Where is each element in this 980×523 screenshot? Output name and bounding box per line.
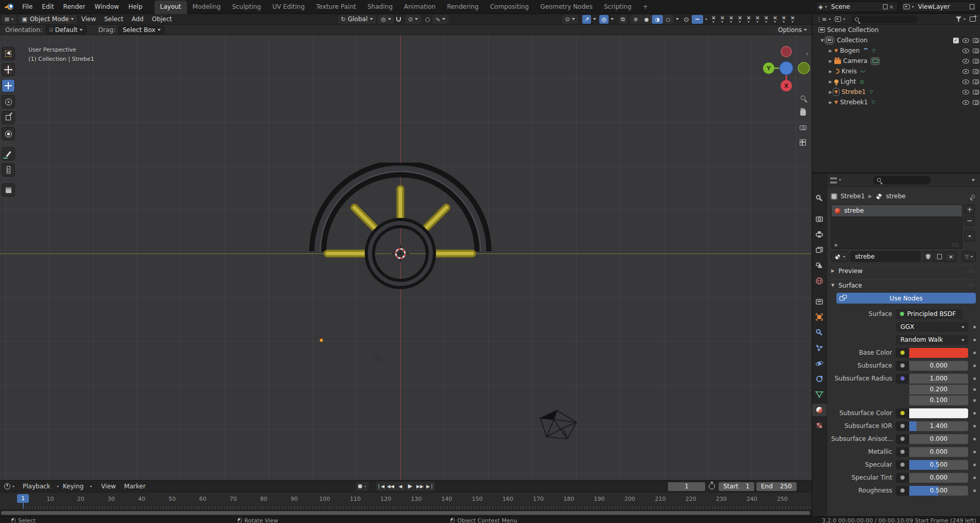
- timeline-tick[interactable]: 210: [655, 496, 666, 502]
- timeline-scrollbar[interactable]: [1, 511, 810, 515]
- tab-material[interactable]: [812, 404, 827, 416]
- animate-dot[interactable]: [973, 412, 976, 415]
- menu-render[interactable]: Render: [58, 0, 90, 14]
- timeline-tick[interactable]: 90: [291, 496, 298, 502]
- timeline-tick[interactable]: 240: [746, 496, 757, 502]
- pan-button[interactable]: [798, 108, 807, 117]
- tab-view-layer[interactable]: [812, 244, 827, 256]
- geometry-nodes-icon[interactable]: ▽: [869, 89, 873, 94]
- tool-add-cube[interactable]: [2, 184, 14, 196]
- tab-scene[interactable]: [812, 259, 827, 272]
- shading-material-button[interactable]: ◑: [652, 15, 663, 24]
- shading-wireframe-button[interactable]: ⊕: [630, 15, 641, 24]
- viewport-3d[interactable]: User Perspective (1) Collection | Strebe…: [0, 35, 812, 480]
- tool-cursor[interactable]: [2, 64, 14, 76]
- auto-keyframe-button[interactable]: [355, 482, 369, 491]
- breadcrumb-material[interactable]: strebe: [886, 193, 906, 200]
- tab-render[interactable]: [812, 213, 827, 225]
- subsurface-slider[interactable]: 0.000: [909, 361, 968, 371]
- tab-collection[interactable]: [812, 295, 827, 308]
- hide-viewport-icon[interactable]: [962, 49, 969, 53]
- disable-render-icon[interactable]: [973, 49, 979, 53]
- tab-rendering[interactable]: Rendering: [441, 1, 484, 14]
- header-x-button[interactable]: ×: [780, 15, 788, 23]
- hide-viewport-icon[interactable]: [962, 69, 969, 74]
- timeline-tick[interactable]: 50: [168, 496, 176, 502]
- gizmos-dropdown[interactable]: [593, 18, 596, 20]
- panel-grip-icon[interactable]: ::::: [967, 283, 975, 288]
- snap-settings-dropdown[interactable]: ⊙: [405, 15, 421, 24]
- frame-end-field[interactable]: End250: [756, 482, 797, 491]
- material-slot-list[interactable]: strebe ▶:::::: [831, 204, 962, 249]
- modifier-icon[interactable]: [862, 47, 869, 54]
- timeline-tick[interactable]: 110: [350, 496, 361, 502]
- expand-arrow-icon[interactable]: ▶: [828, 80, 833, 84]
- new-collection-button[interactable]: [968, 17, 978, 22]
- timeline-tick[interactable]: 200: [625, 496, 635, 502]
- timeline-tick[interactable]: 160: [502, 496, 513, 502]
- slot-list-expand-icon[interactable]: ▶: [835, 243, 838, 247]
- tab-texture-paint[interactable]: Texture Paint: [310, 1, 362, 14]
- expand-arrow-icon[interactable]: ▶: [828, 69, 833, 74]
- menu-file[interactable]: File: [18, 0, 37, 14]
- outliner-item-strebe1[interactable]: ▶ ▼ Strebe1 ▽: [812, 87, 980, 97]
- header-x-button[interactable]: ×: [709, 15, 718, 23]
- timeline-tick[interactable]: 150: [472, 496, 483, 502]
- play-reverse-button[interactable]: ◀: [396, 482, 406, 491]
- hide-viewport-icon[interactable]: [962, 80, 969, 84]
- light-data-icon[interactable]: ⊙: [860, 79, 864, 85]
- close-scene-icon[interactable]: ×: [888, 4, 895, 10]
- menu-keying[interactable]: Keying: [59, 483, 88, 490]
- header-x-button[interactable]: ×: [736, 15, 744, 23]
- socket-button[interactable]: [896, 447, 909, 457]
- menu-tl-view[interactable]: View: [97, 483, 120, 490]
- material-name-field[interactable]: strebe: [850, 251, 921, 262]
- editor-type-button[interactable]: ⊞: [2, 15, 17, 24]
- outliner-item-collection[interactable]: ▼ Collection ✓: [812, 35, 980, 45]
- socket-button[interactable]: [896, 408, 909, 418]
- tab-uv-editing[interactable]: UV Editing: [267, 1, 310, 14]
- tab-scripting[interactable]: Scripting: [598, 1, 637, 14]
- timeline-tick[interactable]: 120: [380, 496, 391, 502]
- radius-field-1[interactable]: 1.000: [909, 374, 968, 384]
- timeline-tick[interactable]: 10: [46, 496, 54, 502]
- socket-button[interactable]: [896, 486, 909, 496]
- hide-viewport-icon[interactable]: [962, 100, 969, 105]
- proportional-editing-icon[interactable]: ○: [425, 16, 430, 23]
- blender-logo-icon[interactable]: [5, 4, 13, 10]
- specular-slider[interactable]: 0.500: [909, 460, 968, 470]
- jump-to-start-button[interactable]: ❘◀: [376, 482, 386, 491]
- prev-keyframe-button[interactable]: ◀◀: [386, 482, 396, 491]
- animate-dot[interactable]: [973, 377, 976, 380]
- menu-view[interactable]: View: [77, 15, 100, 23]
- scene-object-wireframe-gem[interactable]: [537, 408, 584, 444]
- animate-dot[interactable]: [973, 399, 976, 402]
- tab-particles[interactable]: [812, 342, 827, 354]
- properties-search-input[interactable]: [873, 176, 931, 184]
- remove-slot-button[interactable]: −: [965, 216, 975, 226]
- animate-dot[interactable]: [973, 425, 976, 427]
- zoom-button[interactable]: [798, 93, 807, 102]
- tab-geometry-nodes[interactable]: Geometry Nodes: [535, 1, 598, 14]
- tab-compositing[interactable]: Compositing: [484, 1, 534, 14]
- subsurface-ior-slider[interactable]: 1.400: [909, 421, 968, 431]
- outliner-display-mode-dropdown[interactable]: ⋮≡: [814, 16, 833, 23]
- timeline-tick[interactable]: 190: [594, 496, 605, 502]
- disable-render-icon[interactable]: [973, 80, 979, 84]
- shading-rendered-button[interactable]: ○: [663, 15, 674, 24]
- geometry-nodes-icon[interactable]: ▽: [872, 100, 875, 105]
- socket-button[interactable]: [896, 421, 909, 431]
- tab-output[interactable]: [812, 228, 827, 241]
- hide-viewport-icon[interactable]: [962, 59, 969, 64]
- tab-modifiers[interactable]: [812, 326, 827, 339]
- timeline-tick[interactable]: 100: [319, 496, 330, 502]
- material-nodes-dropdown[interactable]: ▽: [962, 251, 976, 262]
- proportional-falloff-dropdown[interactable]: ∿: [432, 15, 448, 24]
- perspective-toggle-button[interactable]: [798, 138, 807, 147]
- animate-dot[interactable]: [973, 326, 976, 328]
- animate-dot[interactable]: [973, 438, 976, 440]
- timeline-tick[interactable]: 230: [716, 496, 727, 502]
- disable-render-icon[interactable]: [973, 100, 979, 105]
- panel-grip-icon[interactable]: ::::: [967, 268, 975, 273]
- timeline-tick[interactable]: 30: [107, 496, 115, 502]
